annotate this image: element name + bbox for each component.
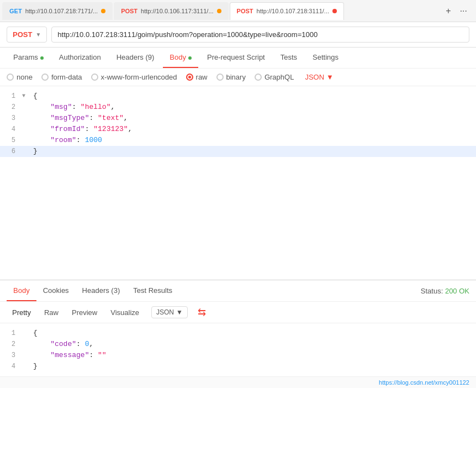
response-tabs: Body Cookies Headers (3) Test Results: [7, 281, 179, 301]
tab-authorization[interactable]: Authorization: [52, 48, 108, 68]
body-type-selector: none form-data x-www-form-urlencoded raw…: [0, 69, 476, 86]
radio-graphql-label: GraphQL: [265, 73, 294, 81]
tab-params[interactable]: Params: [7, 48, 50, 68]
radio-binary-label: binary: [226, 73, 246, 81]
tab-settings[interactable]: Settings: [306, 48, 345, 68]
word-wrap-button[interactable]: ⇆: [194, 305, 209, 319]
radio-form-data[interactable]: form-data: [41, 73, 82, 81]
response-body-viewer: 1 { 2 "code": 0, 3 "message": "" 4 }: [0, 323, 476, 376]
radio-raw-label: raw: [196, 73, 208, 81]
format-tab-preview[interactable]: Preview: [66, 306, 103, 319]
code-line-3: 3 "msgType": "text",: [0, 113, 476, 124]
response-line-1: 1 {: [0, 328, 476, 339]
radio-circle-urlencoded: [91, 74, 98, 81]
tab-url-1: http://10.0.107.218:7171/...: [25, 8, 98, 14]
radio-circle-form-data: [41, 74, 49, 81]
tab-url-2: http://10.0.106.117:3111/...: [141, 8, 214, 14]
url-bar: POST ▼: [0, 22, 476, 48]
tab-url-3: http://10.0.107.218:3111/...: [257, 8, 330, 14]
response-line-2: 2 "code": 0,: [0, 339, 476, 350]
radio-graphql[interactable]: GraphQL: [255, 73, 294, 81]
request-nav-tabs: Params Authorization Headers (9) Body Pr…: [0, 48, 476, 69]
response-format-select[interactable]: JSON ▼: [151, 306, 188, 318]
radio-circle-raw: [186, 74, 193, 81]
tab-method-3: POST: [237, 8, 253, 14]
method-label: POST: [13, 30, 32, 39]
radio-circle-none: [7, 74, 14, 81]
response-line-4: 4 }: [0, 361, 476, 372]
tab-method-2: POST: [121, 8, 137, 14]
status-code: 200 OK: [445, 287, 469, 295]
response-header: Body Cookies Headers (3) Test Results St…: [0, 281, 476, 302]
radio-raw[interactable]: raw: [186, 73, 208, 81]
radio-circle-graphql: [255, 74, 262, 81]
format-tab-pretty[interactable]: Pretty: [7, 306, 36, 319]
request-body-editor[interactable]: 1 ▼ { 2 "msg": "hello", 3 "msgType": "te…: [0, 86, 476, 280]
code-line-5: 5 "room": 1000: [0, 135, 476, 146]
code-line-1: 1 ▼ {: [0, 91, 476, 102]
footer: https://blog.csdn.net/xmcy001122: [0, 376, 476, 388]
response-section: Body Cookies Headers (3) Test Results St…: [0, 280, 476, 376]
tab-dot-2: [217, 9, 221, 13]
radio-binary[interactable]: binary: [216, 73, 246, 81]
tab-headers[interactable]: Headers (9): [110, 48, 161, 68]
code-line-2: 2 "msg": "hello",: [0, 102, 476, 113]
tab-method-1: GET: [9, 8, 22, 14]
method-select[interactable]: POST ▼: [7, 27, 47, 43]
tab-body[interactable]: Body: [163, 48, 198, 68]
code-line-6: 6 }: [0, 146, 476, 157]
response-tab-body[interactable]: Body: [7, 281, 36, 301]
footer-url: https://blog.csdn.net/xmcy001122: [379, 379, 469, 386]
format-tab-raw[interactable]: Raw: [39, 306, 64, 319]
radio-circle-binary: [216, 74, 224, 81]
response-format-arrow-icon: ▼: [176, 308, 183, 316]
response-tab-headers[interactable]: Headers (3): [76, 281, 127, 301]
radio-form-data-label: form-data: [51, 73, 82, 81]
tab-dot-1: [101, 9, 105, 13]
method-arrow-icon: ▼: [35, 32, 41, 38]
tab-pre-request[interactable]: Pre-request Script: [200, 48, 272, 68]
add-tab-button[interactable]: +: [443, 4, 453, 18]
tab-2[interactable]: POST http://10.0.106.117:3111/...: [114, 2, 228, 20]
response-format-label: JSON: [156, 308, 174, 316]
tab-3[interactable]: POST http://10.0.107.218:3111/...: [230, 2, 344, 20]
radio-none-label: none: [17, 73, 33, 81]
tab-actions: + ···: [443, 4, 474, 18]
params-dot: [40, 56, 44, 60]
status-badge: Status: 200 OK: [421, 287, 469, 295]
more-tabs-button[interactable]: ···: [458, 4, 469, 18]
tab-bar: GET http://10.0.107.218:7171/... POST ht…: [0, 0, 476, 22]
radio-urlencoded-label: x-www-form-urlencoded: [101, 73, 177, 81]
tab-tests[interactable]: Tests: [274, 48, 304, 68]
radio-none[interactable]: none: [7, 73, 33, 81]
json-format-select[interactable]: JSON ▼: [305, 73, 334, 81]
response-format-bar: Pretty Raw Preview Visualize JSON ▼ ⇆: [0, 302, 476, 323]
response-tab-test-results[interactable]: Test Results: [126, 281, 179, 301]
json-format-label: JSON: [305, 73, 324, 81]
response-tab-cookies[interactable]: Cookies: [36, 281, 76, 301]
format-tab-visualize[interactable]: Visualize: [105, 306, 145, 319]
url-input[interactable]: [51, 27, 469, 43]
tab-dot-3: [332, 9, 337, 13]
code-line-4: 4 "fromId": "123123",: [0, 124, 476, 135]
tab-1[interactable]: GET http://10.0.107.218:7171/...: [2, 2, 113, 20]
body-dot: [188, 56, 192, 60]
radio-urlencoded[interactable]: x-www-form-urlencoded: [91, 73, 177, 81]
json-format-arrow-icon: ▼: [326, 73, 334, 81]
response-line-3: 3 "message": "": [0, 350, 476, 361]
